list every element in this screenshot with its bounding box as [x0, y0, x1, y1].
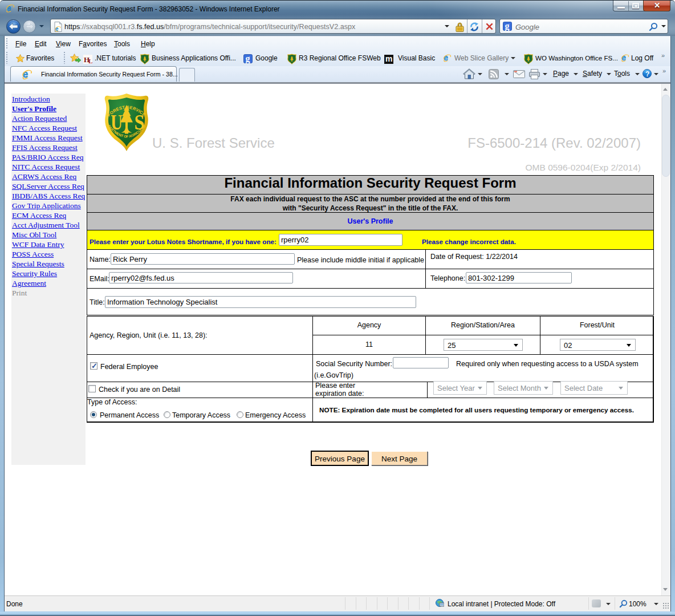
svg-text:S: S	[135, 110, 145, 134]
